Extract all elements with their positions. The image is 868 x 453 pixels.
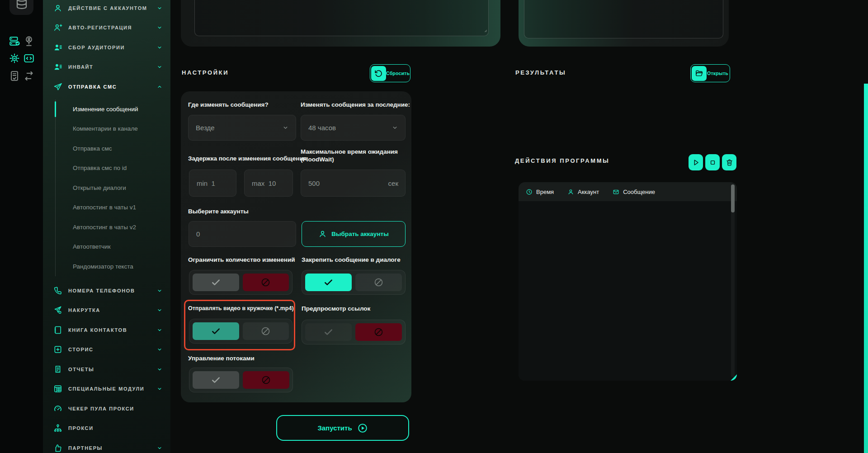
results-textarea[interactable] — [524, 0, 723, 38]
start-log-button[interactable] — [689, 154, 703, 170]
sidebar-item-auto-registration[interactable]: АВТО-РЕГИСТРАЦИЯ — [43, 18, 170, 38]
reset-icon-box — [371, 66, 386, 81]
pin-toggle-yes-button[interactable] — [305, 274, 352, 291]
phone-icon — [53, 286, 62, 295]
bug-gear-icon[interactable] — [9, 52, 20, 64]
chevron-down-icon — [392, 125, 398, 131]
app-window: ДЕЙСТВИЕ С АККАУНТОМАВТО-РЕГИСТРАЦИЯСБОР… — [0, 0, 868, 453]
preview-toggle-yes-button[interactable] — [305, 323, 352, 341]
chevron-down-icon — [157, 5, 162, 11]
person-camera-icon[interactable] — [23, 35, 35, 47]
app-logo-button[interactable] — [9, 0, 33, 15]
stop-icon — [709, 159, 717, 166]
table-header: Время Аккаунт Сообщение — [519, 182, 737, 201]
sidebar-item-stories[interactable]: СТОРИС — [43, 340, 170, 360]
server-check-icon[interactable] — [9, 35, 20, 47]
where-select[interactable]: Везде — [188, 115, 296, 141]
folder-icon — [695, 69, 703, 78]
threads-toggle-no-button[interactable] — [243, 371, 289, 389]
video-toggle-no-button[interactable] — [243, 322, 289, 340]
select-accounts-button[interactable]: Выбрать аккаунты — [302, 221, 406, 247]
limit-toggle-no-button[interactable] — [243, 274, 289, 291]
icon-rail — [0, 0, 43, 453]
period-select-value: 48 часов — [308, 124, 336, 132]
column-message: Сообщение — [613, 189, 655, 195]
sidebar-item-label: ПРОКСИ — [68, 425, 162, 431]
sidebar-item-audience-collection[interactable]: СБОР АУДИТОРИИ — [43, 38, 170, 57]
sidebar-item-label: КНИГА КОНТАКТОВ — [68, 327, 151, 333]
page-scrollbar[interactable] — [864, 84, 868, 453]
limit-toggle-yes-button[interactable] — [193, 274, 239, 291]
sidebar-item-proxy[interactable]: ПРОКСИ — [43, 419, 170, 439]
submenu-item-autoresponder[interactable]: Автоответчик — [56, 237, 170, 257]
clear-log-button[interactable] — [722, 154, 736, 170]
submenu-item-sms-send-by-id[interactable]: Отправка смс по id — [56, 158, 170, 178]
threads-toggle-yes-button[interactable] — [193, 371, 239, 389]
ban-icon — [260, 326, 271, 336]
sidebar-item-reports[interactable]: ОТЧЕТЫ — [43, 359, 170, 379]
resize-handle-icon[interactable] — [482, 27, 487, 33]
sidebar-item-partners[interactable]: ПАРТНЕРЫ — [43, 438, 170, 453]
sidebar-item-account-actions[interactable]: ДЕЙСТВИЕ С АККАУНТОМ — [43, 0, 170, 18]
sidebar-item-invite[interactable]: ИНВАЙТ — [43, 57, 170, 77]
database-icon — [15, 0, 28, 10]
gauge-icon — [53, 404, 62, 413]
limit-toggle-label: Ограничить количество изменений — [188, 256, 295, 263]
preview-toggle-no-button[interactable] — [355, 323, 402, 341]
video-toggle-yes-button[interactable] — [193, 322, 239, 340]
message-textarea[interactable] — [194, 0, 489, 36]
sidebar-item-contact-book[interactable]: КНИГА КОНТАКТОВ — [43, 320, 170, 340]
submenu-item-sms-send[interactable]: Отправка смс — [56, 139, 170, 159]
sidebar-item-label: ПАРТНЕРЫ — [68, 445, 151, 451]
stop-log-button[interactable] — [705, 154, 720, 170]
table-scrollbar-thumb[interactable] — [731, 184, 735, 212]
preview-toggle-label: Предпросмотр ссылок — [302, 305, 370, 312]
sidebar-item-sms-sending[interactable]: ОТПРАВКА СМС — [43, 77, 170, 97]
sidebar-item-boosting[interactable]: НАКРУТКА — [43, 301, 170, 321]
ban-icon — [373, 277, 384, 288]
delay-max-input[interactable] — [244, 170, 293, 197]
play-circle-icon — [357, 423, 368, 434]
submenu-item-channel-comments[interactable]: Комментарии в канале — [56, 119, 170, 139]
run-button[interactable]: Запустить — [276, 415, 409, 441]
sidebar-item-label: СБОР АУДИТОРИИ — [68, 45, 151, 50]
sidebar-item-label: АВТО-РЕГИСТРАЦИЯ — [68, 25, 151, 30]
submenu-item-message-editing[interactable]: Изменение сообщений — [56, 99, 170, 119]
doc-check-icon[interactable] — [9, 70, 20, 82]
sidebar-item-label: ИНВАЙТ — [68, 64, 151, 70]
network-icon — [53, 424, 62, 433]
sidebar-item-phone-numbers[interactable]: НОМЕРА ТЕЛЕФОНОВ — [43, 281, 170, 301]
chevron-down-icon — [283, 125, 288, 131]
open-button-label: Открыть — [707, 71, 729, 76]
submenu-item-text-randomizer[interactable]: Рандомизатор текста — [56, 257, 170, 277]
submenu-item-autoposting-chats-v1[interactable]: Автопостинг в чаты v1 — [56, 198, 170, 217]
period-select[interactable]: 48 часов — [301, 115, 406, 141]
reset-button[interactable]: Сбросить — [370, 64, 410, 82]
open-button[interactable]: Открыть — [690, 64, 730, 82]
sidebar-item-label: СПЕЦИАЛЬНЫЕ МОДУЛИ — [68, 386, 151, 392]
program-actions-controls — [689, 154, 736, 170]
ban-icon — [261, 375, 271, 385]
receipt-icon — [53, 365, 62, 374]
code-window-icon[interactable] — [23, 52, 35, 64]
sidebar-item-proxy-pool-checker[interactable]: ЧЕКЕР ПУЛА ПРОКСИ — [43, 399, 170, 419]
table-scrollbar-track — [731, 184, 735, 377]
accounts-label: Выберите аккаунты — [188, 208, 249, 215]
submenu-item-autoposting-chats-v2[interactable]: Автопостинг в чаты v2 — [56, 217, 170, 237]
delay-min-input[interactable] — [189, 170, 236, 197]
users-icon — [53, 43, 62, 52]
chevron-down-icon — [157, 307, 162, 313]
column-time-label: Время — [536, 189, 554, 195]
submenu-item-open-dialogs[interactable]: Открытые диалоги — [56, 178, 170, 198]
chevron-down-icon — [157, 347, 162, 352]
swap-icon[interactable] — [23, 70, 35, 82]
clock-icon — [526, 189, 533, 195]
video-toggle-label: Отправлять видео в кружочке (*.mp4) — [188, 305, 294, 311]
sidebar-item-special-modules[interactable]: СПЕЦИАЛЬНЫЕ МОДУЛИ — [43, 379, 170, 399]
accounts-count-input[interactable] — [189, 221, 296, 247]
message-card — [181, 0, 500, 47]
trash-icon — [726, 159, 733, 166]
pin-toggle-no-button[interactable] — [355, 274, 402, 291]
preview-toggle — [302, 320, 406, 344]
sidebar-item-label: ОТПРАВКА СМС — [68, 84, 151, 90]
